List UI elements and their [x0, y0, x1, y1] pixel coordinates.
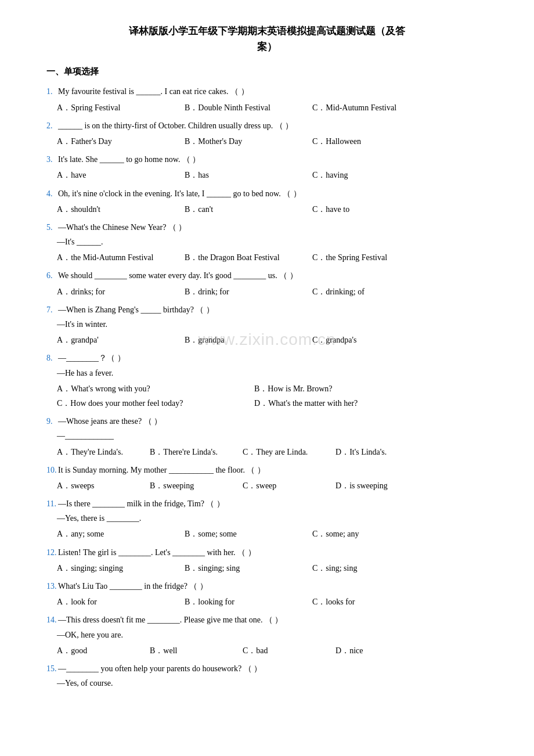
option-item: C．bad [243, 643, 335, 658]
options-row: A．the Mid-Autumn FestivalB．the Dragon Bo… [57, 250, 488, 265]
option-item: C．sweep [243, 478, 335, 493]
question-line: 12.Listen! The girl is ________. Let's _… [46, 545, 488, 560]
option-item: B．has [185, 168, 312, 182]
question-block: 14.—This dress doesn't fit me ________. … [46, 613, 488, 658]
option-label: B． [185, 287, 198, 296]
option-label: C． [312, 287, 326, 296]
option-label: C． [312, 103, 326, 112]
question-block: 1.My favourite festival is ______. I can… [46, 84, 488, 114]
question-text: Listen! The girl is ________. Let's ____… [58, 545, 488, 560]
option-label: B． [185, 103, 198, 112]
option-item: C．drinking; of [312, 285, 440, 299]
question-text: —What's the Chinese New Year? （ ） [58, 220, 488, 235]
question-line: 2.______ is on the thirty-first of Octob… [46, 118, 488, 133]
option-item: B．looking for [185, 595, 312, 609]
question-number: 12. [46, 545, 57, 560]
question-text: We should ________ some water every day.… [58, 268, 488, 283]
question-text: It is Sunday morning. My mother ________… [58, 463, 488, 477]
sub-answer: —Yes, of course. [57, 676, 488, 690]
question-block: 7.—When is Zhang Peng's _____ birthday? … [46, 303, 488, 348]
question-text: What's Liu Tao ________ in the fridge? （… [58, 579, 488, 593]
option-item: A．What's wrong with you? [57, 381, 254, 396]
option-item: C．Halloween [312, 134, 440, 149]
option-label: D． [254, 399, 268, 408]
question-line: 8.—________？（ ） [46, 351, 488, 365]
option-item: B．How is Mr. Brown? [254, 381, 452, 396]
option-item: B．drink; for [185, 285, 312, 299]
question-block: 3.It's late. She ______ to go home now. … [46, 152, 488, 182]
question-block: 12.Listen! The girl is ________. Let's _… [46, 545, 488, 575]
option-item: A．any; some [57, 527, 185, 541]
option-item: A．the Mid-Autumn Festival [57, 250, 185, 265]
question-number: 2. [46, 118, 57, 133]
question-number: 5. [46, 220, 57, 235]
option-label: D． [335, 481, 349, 490]
question-text: It's late. She ______ to go home now. （ … [58, 152, 488, 167]
option-item: A．sweeps [57, 478, 150, 493]
option-item: B．grandpa [185, 333, 312, 347]
question-number: 4. [46, 186, 57, 201]
sub-answer: —OK, here you are. [57, 628, 488, 642]
option-item: C．have to [312, 202, 440, 217]
question-number: 1. [46, 84, 57, 99]
option-item: B．Mother's Day [185, 134, 312, 149]
options-row: A．Father's DayB．Mother's DayC．Halloween [57, 134, 488, 149]
question-text: Oh, it's nine o'clock in the evening. It… [58, 186, 488, 201]
sub-answer: —It's ______. [57, 235, 488, 249]
option-item: C．Mid-Autumn Festival [312, 100, 440, 115]
option-label: A． [57, 597, 71, 606]
option-item: C．having [312, 168, 440, 182]
option-label: C． [312, 205, 326, 214]
sub-answer: —He has a fever. [57, 366, 488, 380]
option-item: A．look for [57, 595, 185, 609]
options-row: A．Spring FestivalB．Double Ninth Festival… [57, 100, 488, 115]
option-item: D．It's Linda's. [335, 445, 428, 459]
question-text: —When is Zhang Peng's _____ birthday? （ … [58, 303, 488, 317]
question-block: 8.—________？（ ）—He has a fever.A．What's … [46, 351, 488, 411]
option-item: A．Spring Festival [57, 100, 185, 115]
question-line: 1.My favourite festival is ______. I can… [46, 84, 488, 99]
options-row: A．singing; singingB．singing; singC．sing;… [57, 561, 488, 575]
question-block: 6.We should ________ some water every da… [46, 268, 488, 298]
question-block: 11.—Is there ________ milk in the fridge… [46, 496, 488, 542]
option-label: A． [57, 646, 71, 655]
option-item: B．There're Linda's. [150, 445, 243, 459]
question-line: 5.—What's the Chinese New Year? （ ） [46, 220, 488, 235]
option-item: D．is sweeping [335, 478, 428, 493]
option-label: B． [185, 171, 198, 179]
option-label: A． [57, 336, 71, 344]
option-item: C．How does your mother feel today? [57, 396, 254, 411]
option-item: C．They are Linda. [243, 445, 335, 459]
option-label: A． [57, 205, 71, 214]
option-item: B．the Dragon Boat Festival [185, 250, 312, 265]
question-text: ______ is on the thirty-first of October… [58, 118, 488, 133]
question-number: 10. [46, 463, 57, 477]
option-label: C． [243, 646, 256, 655]
question-block: 9.—Whose jeans are these? （ ）—__________… [46, 414, 488, 459]
options-row: A．grandpa'B．grandpaC．grandpa's [57, 333, 488, 347]
option-label: B． [185, 137, 198, 146]
options-row: A．look forB．looking forC．looks for [57, 595, 488, 609]
option-label: B． [185, 530, 198, 538]
question-number: 6. [46, 268, 57, 283]
option-item: B．sweeping [150, 478, 243, 493]
option-label: C． [243, 481, 256, 490]
option-item: D．What's the matter with her? [254, 396, 452, 411]
option-label: A． [57, 253, 71, 262]
question-text: —Whose jeans are these? （ ） [58, 414, 488, 429]
option-item: A．Father's Day [57, 134, 185, 149]
question-number: 11. [46, 496, 57, 511]
question-line: 9.—Whose jeans are these? （ ） [46, 414, 488, 429]
option-item: B．Double Ninth Festival [185, 100, 312, 115]
question-line: 14.—This dress doesn't fit me ________. … [46, 613, 488, 627]
option-label: A． [57, 287, 71, 296]
option-label: D． [335, 646, 349, 655]
option-label: B． [185, 564, 198, 573]
option-label: C． [312, 597, 326, 606]
option-item: A．have [57, 168, 185, 182]
question-number: 14. [46, 613, 57, 627]
option-label: A． [57, 564, 71, 573]
option-label: B． [185, 336, 198, 344]
option-label: B． [185, 205, 198, 214]
option-label: A． [57, 171, 71, 179]
